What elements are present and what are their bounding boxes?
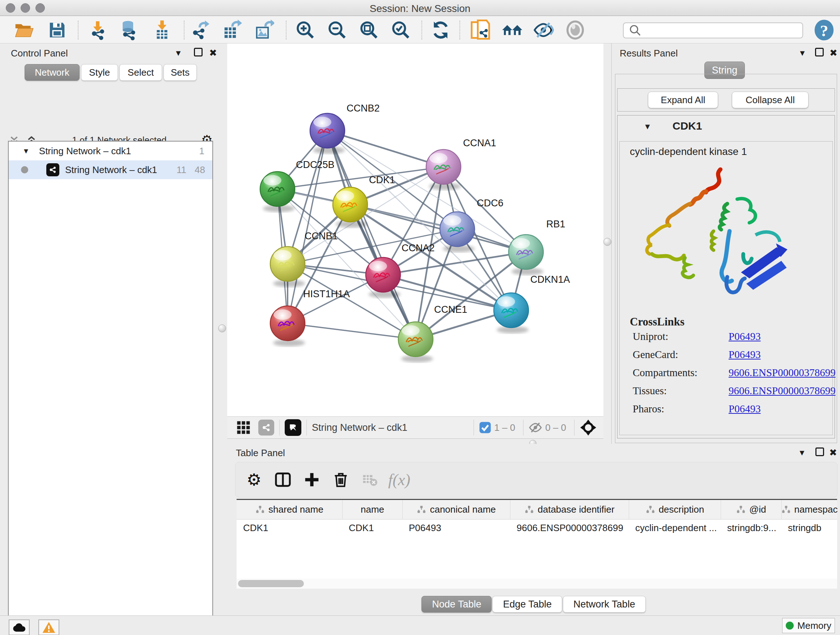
network-edge[interactable] — [287, 323, 416, 339]
column-header-label: canonical name — [430, 504, 496, 515]
string-home-button[interactable] — [501, 19, 524, 41]
crosslink-link[interactable]: 9606.ENSP00000378699 — [729, 385, 836, 397]
crosslink-link[interactable]: P06493 — [729, 403, 761, 415]
tab-sets[interactable]: Sets — [164, 64, 197, 81]
import-table-file-button[interactable] — [150, 19, 174, 41]
export-table-button[interactable] — [220, 19, 243, 41]
network-collection-row[interactable]: ▼ String Network – cdk1 1 — [9, 141, 212, 160]
network-label: String Network – cdk1 — [65, 165, 157, 176]
search-box — [623, 22, 803, 38]
apply-layout-button[interactable] — [429, 19, 452, 41]
crosslink-link[interactable]: P06493 — [729, 331, 761, 342]
collapse-panel-icon[interactable]: ▼ — [798, 448, 806, 458]
delete-column-icon[interactable] — [330, 469, 351, 490]
results-panel-title: Results Panel — [620, 48, 677, 59]
table-cell[interactable]: P06493 — [402, 519, 510, 536]
column-header[interactable]: @id — [721, 500, 782, 519]
network-edge[interactable] — [327, 131, 444, 167]
cloud-status-button[interactable] — [9, 619, 30, 635]
table-cell[interactable]: cyclin-dependent ... — [629, 519, 721, 536]
save-session-button[interactable] — [46, 19, 69, 41]
close-panel-icon[interactable]: ✖ — [829, 48, 837, 59]
collapse-panel-icon[interactable]: ▼ — [798, 49, 806, 58]
tab-network-table[interactable]: Network Table — [563, 596, 646, 613]
crosslink-label: Uniprot: — [633, 331, 668, 342]
protein-name: CDK1 — [673, 120, 702, 132]
hidden-eye-icon[interactable] — [529, 421, 542, 434]
import-network-file-button[interactable] — [86, 19, 109, 41]
search-input[interactable] — [643, 23, 802, 38]
collapse-all-button[interactable]: Collapse All — [732, 92, 808, 108]
network-canvas[interactable]: CCNB2CCNA1CDC25BCDK1CDC6RB1CCNB1CCNA2CDK… — [227, 43, 603, 416]
export-image-button[interactable] — [252, 19, 275, 41]
scrollbar-thumb[interactable] — [238, 580, 304, 587]
show-graphics-details-button[interactable] — [564, 19, 587, 41]
detach-view-icon[interactable] — [285, 419, 302, 436]
zoom-in-button[interactable] — [294, 19, 317, 41]
open-session-button[interactable] — [12, 19, 35, 41]
hide-unhide-button[interactable] — [532, 19, 555, 41]
network-edge[interactable] — [327, 131, 416, 339]
collection-count: 1 — [199, 146, 204, 157]
copy-network-button[interactable] — [469, 19, 492, 41]
tab-edge-table[interactable]: Edge Table — [493, 596, 562, 613]
collapse-panel-icon[interactable]: ▼ — [174, 49, 182, 58]
cloud-icon — [12, 622, 27, 633]
table-cell[interactable]: CDK1 — [237, 519, 342, 536]
zoom-out-button[interactable] — [325, 19, 349, 41]
table-cell[interactable]: 9606.ENSP00000378699 — [510, 519, 629, 536]
splitter-knob[interactable] — [218, 325, 226, 333]
float-panel-icon[interactable] — [815, 48, 824, 59]
birdseye-crosshair-icon[interactable] — [579, 419, 597, 436]
zoom-fit-button[interactable] — [357, 19, 381, 41]
tab-select[interactable]: Select — [119, 64, 162, 81]
import-network-database-button[interactable] — [117, 19, 141, 41]
memory-button[interactable]: Memory — [782, 618, 835, 633]
float-panel-icon[interactable] — [815, 448, 824, 459]
column-header[interactable]: database identifier — [510, 500, 629, 519]
selected-node-edge-count: 1 – 0 — [494, 422, 515, 433]
table-cell[interactable]: CDK1 — [342, 519, 402, 536]
column-header[interactable]: canonical name — [402, 500, 510, 519]
warnings-button[interactable] — [38, 619, 59, 635]
crosslink-link[interactable]: 9606.ENSP00000378699 — [729, 367, 836, 379]
network-edge[interactable] — [350, 204, 526, 252]
section-caret-icon[interactable]: ▼ — [644, 122, 652, 131]
column-header[interactable]: namespac — [782, 500, 837, 519]
expand-all-button[interactable]: Expand All — [648, 92, 718, 108]
close-panel-icon[interactable]: ✖ — [829, 447, 837, 458]
string-view-icon[interactable] — [258, 420, 274, 435]
tab-style[interactable]: Style — [81, 64, 118, 81]
splitter-knob[interactable] — [603, 238, 611, 246]
toolbar-separator — [78, 21, 79, 40]
horizontal-scrollbar[interactable] — [237, 578, 837, 589]
table-row[interactable]: CDK1CDK1P064939606.ENSP00000378699cyclin… — [237, 519, 837, 536]
show-columns-icon[interactable] — [272, 469, 294, 490]
column-header[interactable]: shared name — [237, 500, 342, 519]
tab-network[interactable]: Network — [25, 64, 80, 81]
delete-table-icon-disabled — [359, 469, 380, 490]
selected-checkbox-icon[interactable] — [479, 421, 491, 434]
column-header[interactable]: description — [629, 500, 721, 519]
add-column-icon[interactable] — [302, 469, 322, 490]
network-row[interactable]: String Network – cdk1 11 48 — [9, 160, 212, 179]
crosslink-label: Compartments: — [633, 367, 698, 379]
tab-node-table[interactable]: Node Table — [422, 596, 492, 613]
column-header[interactable]: name — [342, 500, 402, 519]
close-panel-icon[interactable]: ✖ — [209, 48, 217, 59]
zoom-selected-button[interactable] — [389, 19, 412, 41]
table-settings-gear-icon[interactable]: ⚙ — [243, 469, 264, 490]
export-network-button[interactable] — [188, 19, 211, 41]
column-type-icon — [417, 505, 426, 515]
refresh-icon — [431, 20, 451, 40]
grid-view-icon[interactable] — [236, 420, 251, 435]
help-button[interactable]: ? — [813, 19, 836, 41]
crosslink-link[interactable]: P06493 — [729, 348, 761, 361]
node-label: CCNB2 — [347, 103, 380, 114]
network-view-title: String Network – cdk1 — [312, 422, 407, 433]
tree-caret-icon[interactable]: ▼ — [22, 147, 30, 155]
float-panel-icon[interactable] — [194, 48, 202, 59]
toolbar-separator — [523, 420, 523, 435]
table-cell[interactable]: stringdb:9... — [721, 519, 782, 536]
table-cell[interactable]: stringdb — [782, 519, 837, 536]
